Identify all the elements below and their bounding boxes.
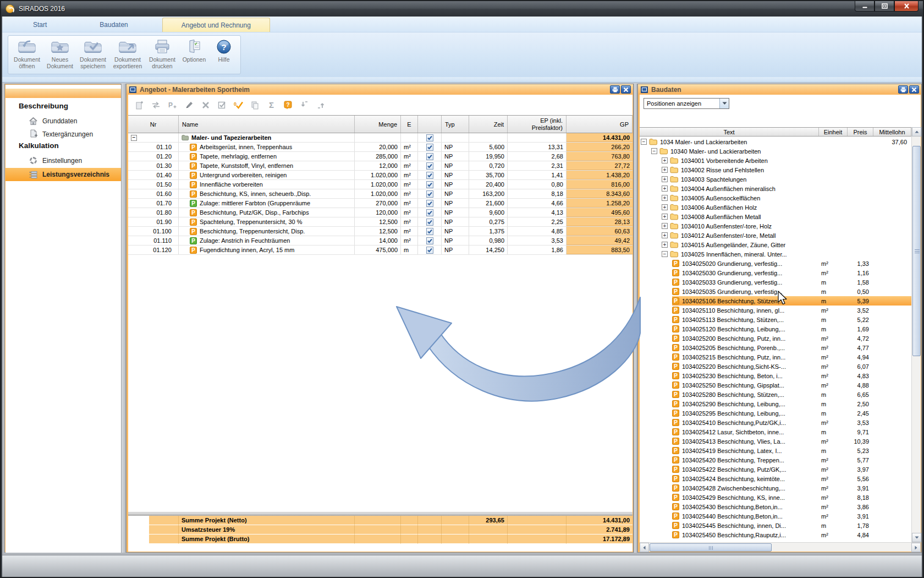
row-checkbox[interactable]	[426, 144, 433, 151]
position-help-icon[interactable]: ?	[283, 100, 293, 110]
check-positions-icon[interactable]	[217, 100, 227, 110]
export-document-button[interactable]: Dokument exportieren	[110, 38, 145, 69]
tree-row[interactable]: P 1034025445 Beschichtung, innen, Di... …	[640, 521, 911, 530]
col-header-name[interactable]: Name	[179, 116, 355, 133]
row-checkbox[interactable]	[426, 219, 433, 226]
tree-row[interactable]: P 1034025020 Grundierung, verfestig... m…	[640, 259, 911, 268]
tree-row[interactable]: P 1034025410 Beschichtung,Putz/GK,i... m…	[640, 418, 911, 427]
expander-icon[interactable]	[662, 251, 668, 257]
swap-position-icon[interactable]	[151, 100, 161, 110]
collapse-icon[interactable]	[131, 135, 137, 141]
row-checkbox[interactable]	[426, 237, 433, 244]
tree-row[interactable]: P 1034025030 Grundierung, verfestig... m…	[640, 268, 911, 277]
tree-row[interactable]: P 1034025120 Beschichtung, Leibung,... m…	[640, 324, 911, 334]
table-row[interactable]: 01.10 P Arbeitsgerüst, innen, Treppenhau…	[128, 143, 632, 152]
tree-row[interactable]: 1034005 Außensockelflächen	[640, 193, 911, 203]
table-row[interactable]: 01.50 P Innenfläche vorbereiten 1.020,00…	[128, 180, 632, 189]
maximize-button[interactable]	[875, 1, 894, 12]
col-header-e[interactable]: E	[401, 116, 418, 133]
tree-row[interactable]: P 1034025106 Beschichtung, Stützen,... m…	[640, 296, 911, 306]
col-header-check[interactable]	[418, 116, 442, 133]
expander-icon[interactable]	[662, 157, 668, 163]
tree-row[interactable]: P 1034025440 Beschichtung,Beton,in... m²…	[640, 511, 911, 521]
scroll-right-icon[interactable]	[911, 543, 921, 552]
splitter-right[interactable]	[634, 84, 637, 553]
row-checkbox[interactable]	[426, 153, 433, 160]
col-header-ep[interactable]: EP (inkl. Preisfaktor)	[508, 116, 566, 133]
tree-row[interactable]: P 1034025412 Lasur, Sichtbeton, inne... …	[640, 427, 911, 437]
row-checkbox[interactable]	[426, 200, 433, 207]
tree-row[interactable]: 10340 Maler- und Lackierarbeiten	[640, 146, 911, 156]
tree-row[interactable]: P 1034025215 Beschichtung, Putz, inn... …	[640, 352, 911, 362]
table-row[interactable]: 01.20 P Tapete, mehrlagig, entfernen 285…	[128, 152, 632, 161]
tree-row[interactable]: P 1034025200 Beschichtung, Putz, inn... …	[640, 334, 911, 343]
expander-icon[interactable]	[662, 242, 668, 248]
expander-icon[interactable]	[662, 176, 668, 182]
expander-icon[interactable]	[662, 167, 668, 173]
sum-icon[interactable]: Σ	[267, 100, 276, 110]
row-checkbox[interactable]	[426, 228, 433, 235]
shift-down-icon[interactable]	[300, 100, 309, 110]
sidebar-item-leistungsverzeichnis[interactable]: Leistungsverzeichnis	[6, 168, 121, 181]
tree-row[interactable]: 1034001 Vorbereitende Arbeiten	[640, 156, 911, 165]
panel-close-button[interactable]	[621, 85, 631, 94]
open-document-button[interactable]: Dokument öffnen	[11, 38, 43, 69]
tree-row[interactable]: 1034006 Außenflächen Holz	[640, 203, 911, 212]
col-header-text[interactable]: Text	[640, 128, 819, 136]
row-checkbox[interactable]	[426, 134, 433, 141]
tree-row[interactable]: 1034002 Risse und Fehlstellen	[640, 165, 911, 175]
help-button[interactable]: ? Hilfe	[210, 38, 238, 63]
scroll-down-icon[interactable]	[912, 533, 921, 542]
tree-row[interactable]: P 1034025295 Beschichtung, Leibung,... m…	[640, 408, 911, 418]
tree-row[interactable]: P 1034025205 Beschichtung, Porenb.,... m…	[640, 343, 911, 352]
insert-position-icon[interactable]: P	[168, 100, 177, 110]
table-row[interactable]: 01.40 P Untergrund vorbereiten, reinigen…	[128, 171, 632, 180]
ribbon-tab[interactable]: Angebot und Rechnung	[162, 18, 270, 32]
expander-icon[interactable]	[662, 186, 668, 192]
table-row[interactable]: 01.100 P Beschichtung, Treppenuntersicht…	[128, 227, 632, 236]
calc-check-icon[interactable]: 0	[234, 100, 243, 110]
tree-row[interactable]: 1034015 Außengeländer, Zäune, Gitter	[640, 240, 911, 249]
scrollbar-thumb[interactable]	[912, 146, 921, 356]
tree-row[interactable]: 1034004 Außenflächen mineralisch	[640, 184, 911, 193]
tree-row[interactable]: P 1034025430 Beschichtung,Beton,in... m²…	[640, 502, 911, 511]
expander-icon[interactable]	[662, 214, 668, 220]
sidebar-item-textergaenzungen[interactable]: Textergänzungen	[6, 128, 121, 140]
expander-icon[interactable]	[662, 204, 668, 210]
tree-row[interactable]: P 1034025033 Grundierung, verfestig... m…	[640, 277, 911, 287]
baudaten-panel-titlebar[interactable]: Baudaten	[638, 84, 921, 95]
row-checkbox[interactable]	[426, 162, 433, 170]
offer-panel-titlebar[interactable]: Angebot - Malerarbeiten Sportheim	[127, 84, 633, 95]
col-header-einheit[interactable]: Einheit	[819, 128, 848, 136]
options-button[interactable]: Optionen	[179, 38, 209, 63]
save-document-button[interactable]: Dokument speichern	[77, 38, 109, 69]
view-filter-dropdown[interactable]: Positionen anzeigen	[644, 98, 729, 109]
row-checkbox[interactable]	[426, 172, 433, 179]
tree-row[interactable]: P 1034025428 Zwischenbeschichtung,... m²…	[640, 483, 911, 493]
print-document-button[interactable]: Dokument drucken	[146, 38, 178, 69]
expander-icon[interactable]	[662, 232, 668, 238]
minimize-button[interactable]	[855, 1, 875, 12]
sidebar-item-grunddaten[interactable]: Grunddaten	[6, 114, 121, 127]
expander-icon[interactable]	[662, 223, 668, 229]
edit-icon[interactable]	[184, 100, 194, 110]
table-row[interactable]: 01.80 P Beschichtung, Putz/GK, Disp., Fa…	[128, 208, 632, 217]
tree-row[interactable]: P 1034025250 Beschichtung, Gipsplat... m…	[640, 380, 911, 390]
tree-row[interactable]: P 1034025035 Grundierung, verfestig... m…	[640, 287, 911, 296]
tree-row[interactable]: 1034008 Außenflächen Metall	[640, 212, 911, 221]
tree-row[interactable]: P 1034025419 Beschichtung, Latex, I... m…	[640, 446, 911, 455]
horizontal-scrollbar[interactable]	[640, 542, 921, 552]
tree-row[interactable]: 1034003 Spachtelungen	[640, 175, 911, 184]
tree-row[interactable]: P 1034025424 Beschichtung, keimtöte... m…	[640, 474, 911, 483]
row-checkbox[interactable]	[426, 209, 433, 216]
tree-row[interactable]: P 1034025280 Beschichtung, Stützen,... m…	[640, 390, 911, 399]
splitter-left[interactable]	[121, 84, 126, 553]
col-header-gp[interactable]: GP	[566, 116, 632, 133]
tree-row[interactable]: 1034025 Innenflächen, mineral. Unter...	[640, 249, 911, 259]
col-header-preis[interactable]: Preis	[848, 128, 873, 136]
table-row[interactable]: 01.30 P Tapete, Kunststoff, Vinyl, entfe…	[128, 161, 632, 171]
add-position-icon[interactable]	[135, 100, 144, 110]
chevron-down-icon[interactable]	[719, 99, 729, 108]
expander-icon[interactable]	[662, 195, 668, 201]
tree-row[interactable]: P 1034025220 Beschichtung,Sicht-KS-... m…	[640, 362, 911, 371]
